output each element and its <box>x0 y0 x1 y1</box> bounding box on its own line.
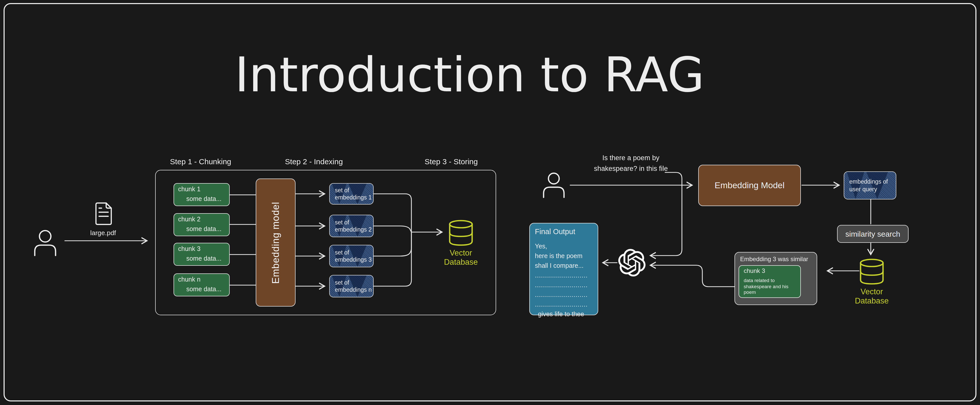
embeddings-1-node[interactable]: set of embeddings 1 <box>329 183 374 205</box>
final-output-line: .......................... <box>535 281 593 290</box>
embeddings-2-node[interactable]: set of embeddings 2 <box>329 215 374 237</box>
page-title: Introduction to RAG <box>215 50 725 100</box>
step-3-label: Step 3 - Storing <box>400 157 502 166</box>
user-icon[interactable] <box>34 230 57 257</box>
embeddings-label: set of <box>335 279 373 286</box>
vector-database-label: Vector Database <box>844 287 900 305</box>
vector-database-label-line: Database <box>433 257 489 266</box>
user-icon[interactable] <box>542 172 565 199</box>
query-embedding-model-label: Embedding Model <box>714 180 784 191</box>
embedding-model-node[interactable]: Embedding model <box>256 178 296 307</box>
embeddings-label: embeddings 3 <box>335 256 373 264</box>
query-embedding-label: embeddings of <box>850 178 896 186</box>
user-question: Is there a poem by shakespeare? in this … <box>585 152 677 174</box>
chunk-body: some data... <box>186 255 221 262</box>
retrieved-chunk-title: chunk 3 <box>744 267 765 275</box>
final-output-node[interactable]: Final Output Yes, here is the poem shall… <box>529 223 598 315</box>
retrieved-chunk-body: data related to shakespeare and his poem <box>744 278 798 295</box>
query-embedding-node[interactable]: embeddings of user query <box>844 172 896 199</box>
final-output-line: .......................... <box>535 271 593 281</box>
final-output-line: gives life to thee <box>535 310 593 319</box>
chunk-body: some data... <box>186 226 221 233</box>
vector-database-icon[interactable] <box>448 219 474 246</box>
embedding-model-label: Embedding model <box>270 202 281 283</box>
final-output-line: here is the poem <box>535 251 593 261</box>
openai-logo-icon[interactable] <box>618 249 646 276</box>
vector-database-label: Vector Database <box>433 248 489 266</box>
final-output-line: .......................... <box>535 300 593 310</box>
final-output-line: shall I compare... <box>535 261 593 271</box>
final-output-line: .......................... <box>535 290 593 300</box>
embeddings-label: embeddings 1 <box>335 194 373 201</box>
embeddings-3-node[interactable]: set of embeddings 3 <box>329 245 374 267</box>
retrieved-embedding-title: Embedding 3 was similar <box>740 256 808 263</box>
chunk-title: chunk 3 <box>178 245 200 253</box>
similarity-search-label: similarity search <box>845 230 900 238</box>
embeddings-label: embeddings n <box>335 286 373 294</box>
vector-database-label-line: Database <box>844 296 900 305</box>
file-label: large.pdf <box>78 229 129 237</box>
chunk-1-node[interactable]: chunk 1 some data... <box>173 183 230 206</box>
step-1-label: Step 1 - Chunking <box>150 157 251 166</box>
embeddings-label: embeddings 2 <box>335 226 373 233</box>
user-question-line: shakespeare? in this file <box>585 163 677 174</box>
chunk-2-node[interactable]: chunk 2 some data... <box>173 213 230 236</box>
retrieved-chunk-node[interactable]: chunk 3 data related to shakespeare and … <box>738 265 801 298</box>
user-question-line: Is there a poem by <box>585 152 677 163</box>
document-icon[interactable] <box>94 202 113 226</box>
embeddings-label: set of <box>335 186 373 194</box>
query-embedding-label: user query <box>850 186 896 193</box>
embeddings-label: set of <box>335 219 373 226</box>
similarity-search-node[interactable]: similarity search <box>837 225 908 243</box>
chunk-n-node[interactable]: chunk n some data... <box>173 273 230 296</box>
chunk-body: some data... <box>186 286 221 293</box>
vector-database-label-line: Vector <box>844 287 900 296</box>
chunk-title: chunk n <box>178 276 200 283</box>
chunk-body: some data... <box>186 195 221 202</box>
chunk-title: chunk 2 <box>178 216 200 223</box>
step-2-label: Step 2 - Indexing <box>263 157 365 166</box>
diagram-canvas: Introduction to RAG <box>0 0 980 405</box>
vector-database-label-line: Vector <box>433 248 489 257</box>
retrieved-embedding-node[interactable]: Embedding 3 was similar chunk 3 data rel… <box>735 252 817 305</box>
vector-database-icon[interactable] <box>859 258 885 285</box>
final-output-title: Final Output <box>535 227 593 236</box>
chunk-3-node[interactable]: chunk 3 some data... <box>173 243 230 266</box>
embeddings-n-node[interactable]: set of embeddings n <box>329 275 374 297</box>
final-output-line: Yes, <box>535 242 593 251</box>
query-embedding-model-node[interactable]: Embedding Model <box>698 165 801 206</box>
chunk-title: chunk 1 <box>178 186 200 193</box>
embeddings-label: set of <box>335 249 373 256</box>
